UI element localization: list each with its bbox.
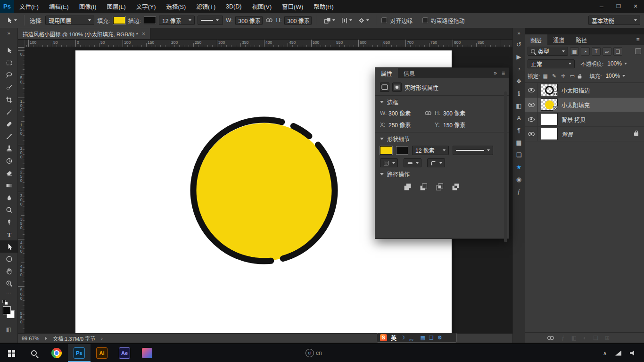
tool-ellipse-shape[interactable]	[0, 253, 18, 265]
visibility-cell[interactable]	[525, 83, 538, 97]
layer-effects-icon[interactable]: ƒ	[561, 335, 565, 341]
layer-filter-toggle[interactable]	[635, 48, 641, 54]
menu-select[interactable]: 选择(S)	[161, 0, 191, 13]
tool-rectangular-marquee[interactable]	[0, 57, 18, 69]
taskbar-illustrator-button[interactable]: Ai	[91, 344, 113, 362]
section-shape-details[interactable]: 形状细节	[380, 134, 504, 144]
filter-type-dropdown[interactable]: 类型	[528, 47, 568, 56]
ime-language-mode[interactable]: 英	[391, 334, 396, 342]
menu-file[interactable]: 文件(F)	[14, 0, 44, 13]
horizontal-ruler[interactable]: 1005005010015020025030035040045050055060…	[25, 40, 512, 47]
tool-hand[interactable]	[0, 265, 18, 277]
link-layers-icon[interactable]	[546, 335, 555, 341]
lock-artboard-icon[interactable]: ▭	[569, 73, 576, 79]
stroke-width-dropdown[interactable]: 12 像素	[412, 146, 449, 155]
sun-shape[interactable]	[186, 113, 342, 268]
menu-image[interactable]: 图像(I)	[74, 0, 102, 13]
edit-toolbar-button[interactable]: ⋯	[0, 289, 17, 297]
tab-info[interactable]: 信息	[398, 68, 421, 78]
restore-button[interactable]: ❐	[610, 0, 627, 13]
menu-help[interactable]: 帮助(H)	[308, 0, 339, 13]
layer-thumbnail[interactable]	[541, 99, 558, 111]
tool-history-brush[interactable]	[0, 155, 18, 167]
lock-image-pixels-icon[interactable]: ✎	[551, 73, 558, 79]
y-value[interactable]: 150 像素	[443, 121, 476, 129]
layer-thumbnail[interactable]	[541, 113, 558, 125]
menu-window[interactable]: 窗口(W)	[277, 0, 308, 13]
tool-clone-stamp[interactable]	[0, 142, 18, 155]
adjustment-layer-icon[interactable]: ◐	[583, 335, 586, 341]
blend-mode-dropdown[interactable]: 正常	[528, 59, 575, 68]
adjustments-panel-icon[interactable]: ◔	[513, 64, 525, 74]
layer-row-background-copy[interactable]: 背景 拷贝	[525, 112, 644, 127]
menu-edit[interactable]: 编辑(E)	[44, 0, 74, 13]
tool-eraser[interactable]	[0, 167, 18, 179]
stroke-align-dropdown[interactable]	[380, 158, 398, 167]
stroke-color-swatch[interactable]	[144, 16, 156, 24]
stroke-type-dropdown[interactable]	[198, 16, 223, 25]
path-arrangement-button[interactable]	[356, 16, 371, 25]
link-dimensions-icon[interactable]	[265, 17, 273, 23]
height-value[interactable]: 300 像素	[443, 109, 476, 117]
height-field[interactable]: 300 像素	[284, 16, 312, 25]
visibility-cell[interactable]	[525, 98, 538, 112]
stroke-caps-dropdown[interactable]	[404, 158, 421, 167]
layer-mask-icon[interactable]: ◧	[571, 335, 577, 341]
tool-dodge[interactable]	[0, 204, 18, 216]
foreground-color-swatch[interactable]	[3, 306, 11, 314]
new-group-icon[interactable]: ❏	[593, 335, 598, 341]
section-path-operations[interactable]: 路径操作	[380, 169, 504, 179]
tool-eyedropper[interactable]	[0, 106, 18, 118]
actions-panel-icon[interactable]: ▶	[513, 51, 525, 62]
mask-icon[interactable]	[392, 82, 402, 92]
lock-position-icon[interactable]: ✛	[560, 73, 567, 79]
ime-logo-icon[interactable]: S	[380, 334, 387, 341]
swatches-panel-icon[interactable]: ▦	[513, 137, 525, 148]
constrain-path-checkbox[interactable]	[422, 17, 428, 23]
tool-blur[interactable]	[0, 191, 18, 204]
swap-colors-icon[interactable]	[5, 302, 8, 305]
workspace-dropdown[interactable]: 基本功能	[588, 16, 640, 25]
layer-row-background[interactable]: 背景	[525, 127, 644, 141]
stroke-type-dropdown[interactable]	[453, 146, 493, 155]
menu-view[interactable]: 视图(V)	[247, 0, 277, 13]
opacity-dropdown[interactable]: 100%	[605, 59, 629, 68]
tab-paths[interactable]: 路径	[570, 34, 593, 45]
intersect-shapes-button[interactable]	[434, 181, 445, 192]
close-document-icon[interactable]: ×	[142, 31, 145, 37]
tool-zoom[interactable]	[0, 277, 18, 289]
panel-menu-icon[interactable]: ≡	[502, 70, 505, 76]
tool-brush[interactable]	[0, 130, 18, 142]
speaker-icon[interactable]	[630, 350, 636, 356]
combine-shapes-button[interactable]	[402, 181, 413, 192]
scrollbar[interactable]	[504, 91, 507, 242]
taskbar-chrome-button[interactable]	[45, 344, 68, 362]
stock-panel-icon[interactable]: ◉	[513, 174, 525, 185]
menu-layer[interactable]: 图层(L)	[101, 0, 131, 13]
start-button[interactable]	[0, 344, 23, 362]
effects-panel-icon[interactable]: ƒ	[513, 186, 525, 197]
zoom-level[interactable]: 99.67%	[22, 336, 39, 341]
path-operations-button[interactable]	[322, 16, 337, 25]
layer-thumbnail[interactable]	[541, 128, 558, 140]
align-edges-checkbox[interactable]	[381, 17, 387, 23]
collapse-panel-icon[interactable]: »	[494, 70, 497, 76]
exclude-overlapping-shapes-button[interactable]	[450, 181, 461, 192]
tab-properties[interactable]: 属性	[375, 68, 398, 78]
close-button[interactable]: ✕	[627, 0, 644, 13]
tool-horizontal-type[interactable]: T	[0, 228, 18, 240]
status-chevron-icon[interactable]: ›	[101, 336, 103, 341]
layer-name[interactable]: 背景 拷贝	[561, 115, 586, 123]
character-panel-icon[interactable]: A	[513, 113, 525, 123]
shape-fill-swatch[interactable]	[380, 146, 392, 155]
expand-panels-icon[interactable]: »	[513, 28, 525, 38]
lock-all-icon[interactable]	[578, 75, 582, 78]
libraries-panel-icon[interactable]: ★	[513, 162, 525, 173]
ime-moon-icon[interactable]: ☽	[400, 335, 405, 341]
fill-dropdown[interactable]: 100%	[603, 72, 627, 81]
vertical-ruler[interactable]: 050100150200250300350400450500550	[18, 47, 25, 333]
taskbar-aftereffects-button[interactable]: Ae	[113, 344, 136, 362]
tool-lasso[interactable]	[0, 69, 18, 81]
link-dimensions-icon[interactable]	[421, 110, 435, 116]
width-field[interactable]: 300 像素	[235, 16, 263, 25]
